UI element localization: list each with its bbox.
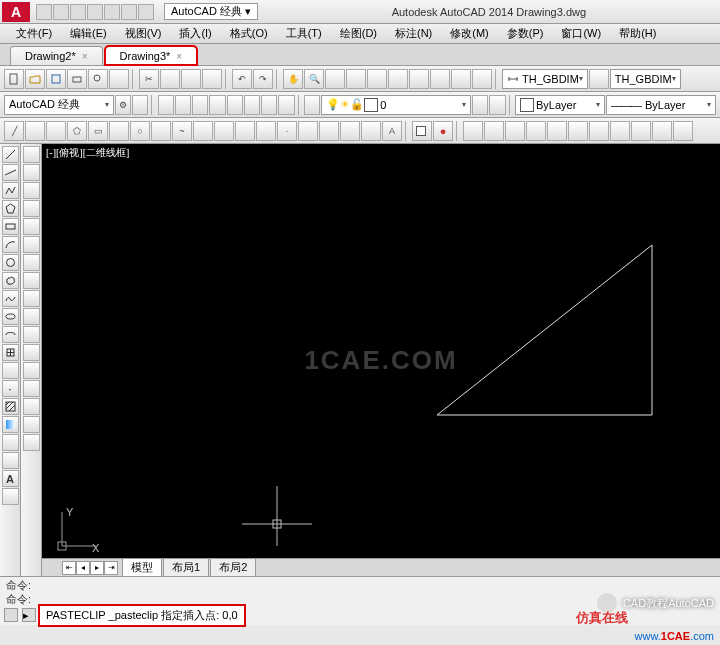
- gradient-icon[interactable]: [2, 416, 19, 433]
- join-icon[interactable]: [23, 362, 40, 379]
- solid4-icon[interactable]: [526, 121, 546, 141]
- line-icon[interactable]: [2, 146, 19, 163]
- point-icon[interactable]: ·: [2, 380, 19, 397]
- first-icon[interactable]: ⇤: [62, 561, 76, 575]
- point-icon[interactable]: ·: [277, 121, 297, 141]
- osnap4-icon[interactable]: [209, 95, 225, 115]
- osnap1-icon[interactable]: [158, 95, 174, 115]
- hatch-icon[interactable]: [298, 121, 318, 141]
- last-icon[interactable]: ⇥: [104, 561, 118, 575]
- menu-edit[interactable]: 编辑(E): [62, 24, 115, 43]
- line-icon[interactable]: ╱: [4, 121, 24, 141]
- ellipse-arc-icon[interactable]: [214, 121, 234, 141]
- sheet-set-icon[interactable]: [430, 69, 450, 89]
- circle-icon[interactable]: ○: [130, 121, 150, 141]
- zoom-icon[interactable]: 🔍: [304, 69, 324, 89]
- zoom-window-icon[interactable]: [325, 69, 345, 89]
- command-input[interactable]: PASTECLIP _pasteclip 指定插入点: 0,0: [40, 606, 244, 625]
- menu-view[interactable]: 视图(V): [117, 24, 170, 43]
- doc-tab-drawing3[interactable]: Drawing3* ×: [105, 46, 198, 65]
- insert-icon[interactable]: [235, 121, 255, 141]
- gradient-icon[interactable]: [319, 121, 339, 141]
- solid10-icon[interactable]: [652, 121, 672, 141]
- menu-format[interactable]: 格式(O): [222, 24, 276, 43]
- ellipse-icon[interactable]: [193, 121, 213, 141]
- block-icon[interactable]: [256, 121, 276, 141]
- erase-icon[interactable]: [23, 146, 40, 163]
- layer-manager-icon[interactable]: [304, 95, 320, 115]
- viewport-label[interactable]: [-][俯视][二维线框]: [46, 146, 129, 160]
- next-icon[interactable]: ▸: [90, 561, 104, 575]
- revcloud-icon[interactable]: [2, 272, 19, 289]
- mtext2-icon[interactable]: A: [2, 470, 19, 487]
- region-icon[interactable]: [2, 434, 19, 451]
- render-icon[interactable]: ●: [433, 121, 453, 141]
- dimstyle-combo-2[interactable]: TH_GBDIM▾: [610, 69, 681, 89]
- addselected-icon[interactable]: [2, 488, 19, 505]
- save-icon[interactable]: [46, 69, 66, 89]
- table2-icon[interactable]: [2, 452, 19, 469]
- match-icon[interactable]: [202, 69, 222, 89]
- menu-window[interactable]: 窗口(W): [553, 24, 609, 43]
- paste-icon[interactable]: [181, 69, 201, 89]
- arc-icon[interactable]: [2, 236, 19, 253]
- color-combo[interactable]: ByLayer ▾: [515, 95, 605, 115]
- close-icon[interactable]: ×: [82, 51, 88, 62]
- osnap2-icon[interactable]: [175, 95, 191, 115]
- solid6-icon[interactable]: [568, 121, 588, 141]
- menu-tools[interactable]: 工具(T): [278, 24, 330, 43]
- design-center-icon[interactable]: [388, 69, 408, 89]
- pline-icon[interactable]: [46, 121, 66, 141]
- copy-icon[interactable]: [160, 69, 180, 89]
- layout-tab-layout2[interactable]: 布局2: [210, 558, 256, 576]
- menu-dimension[interactable]: 标注(N): [387, 24, 440, 43]
- mirror-icon[interactable]: [23, 182, 40, 199]
- move-icon[interactable]: [23, 236, 40, 253]
- table-icon[interactable]: [361, 121, 381, 141]
- dimstyle-combo-1[interactable]: TH_GBDIM▾: [502, 69, 588, 89]
- solid2-icon[interactable]: [484, 121, 504, 141]
- layer-states-icon[interactable]: [489, 95, 505, 115]
- pan-icon[interactable]: ✋: [283, 69, 303, 89]
- workspace-combo[interactable]: AutoCAD 经典▾: [4, 95, 114, 115]
- rotate-icon[interactable]: [23, 254, 40, 271]
- revcloud-icon[interactable]: [151, 121, 171, 141]
- rectangle-icon[interactable]: ▭: [88, 121, 108, 141]
- solid7-icon[interactable]: [589, 121, 609, 141]
- osnap8-icon[interactable]: [278, 95, 294, 115]
- menu-draw[interactable]: 绘图(D): [332, 24, 385, 43]
- ellipse-arc-icon[interactable]: [2, 326, 19, 343]
- spline-icon[interactable]: [2, 290, 19, 307]
- new-icon[interactable]: [4, 69, 24, 89]
- preview-icon[interactable]: [88, 69, 108, 89]
- chamfer-icon[interactable]: [23, 380, 40, 397]
- copy2-icon[interactable]: [23, 164, 40, 181]
- blend-icon[interactable]: [23, 416, 40, 433]
- menu-file[interactable]: 文件(F): [8, 24, 60, 43]
- redo-icon[interactable]: ↷: [253, 69, 273, 89]
- solid5-icon[interactable]: [547, 121, 567, 141]
- scale-icon[interactable]: [23, 272, 40, 289]
- layer-prev-icon[interactable]: [472, 95, 488, 115]
- ellipse-icon[interactable]: [2, 308, 19, 325]
- markup-icon[interactable]: [451, 69, 471, 89]
- make-block-icon[interactable]: [2, 362, 19, 379]
- layout-tab-model[interactable]: 模型: [122, 558, 162, 576]
- calc-icon[interactable]: [472, 69, 492, 89]
- spline-icon[interactable]: ~: [172, 121, 192, 141]
- mtext-icon[interactable]: A: [382, 121, 402, 141]
- menu-help[interactable]: 帮助(H): [611, 24, 664, 43]
- layout-tab-layout1[interactable]: 布局1: [163, 558, 209, 576]
- qat-save-icon[interactable]: [70, 4, 86, 20]
- xline-icon[interactable]: [25, 121, 45, 141]
- close-icon[interactable]: ×: [176, 51, 182, 62]
- stretch-icon[interactable]: [23, 290, 40, 307]
- publish-icon[interactable]: [109, 69, 129, 89]
- qat-new-icon[interactable]: [36, 4, 52, 20]
- open-icon[interactable]: [25, 69, 45, 89]
- qat-saveas-icon[interactable]: [87, 4, 103, 20]
- xline-icon[interactable]: [2, 164, 19, 181]
- insert-block-icon[interactable]: [2, 344, 19, 361]
- explode-icon[interactable]: [23, 434, 40, 451]
- print-icon[interactable]: [67, 69, 87, 89]
